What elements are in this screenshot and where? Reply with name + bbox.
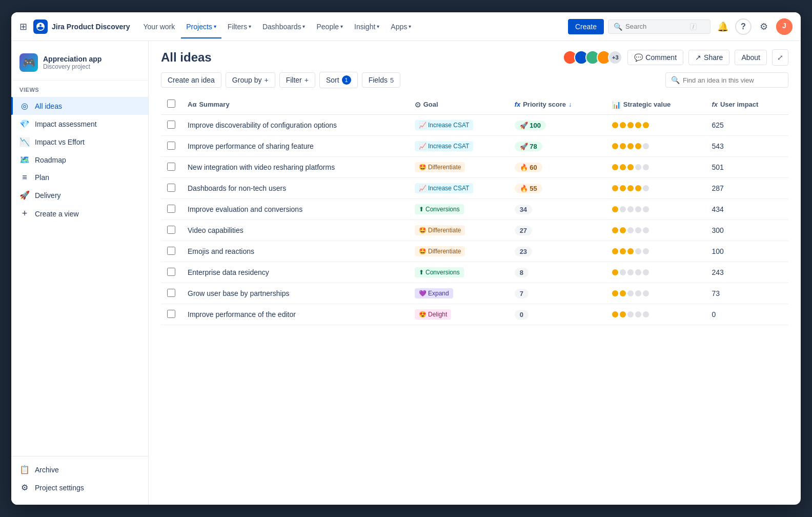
dot-empty — [643, 227, 649, 233]
svg-text:J: J — [782, 22, 786, 30]
dot-filled — [627, 248, 634, 254]
goal-tag[interactable]: ⬆ Conversions — [415, 267, 464, 277]
table-row[interactable]: Improve performance of the editor😍 Delig… — [161, 304, 788, 325]
row-checkbox[interactable] — [167, 205, 175, 213]
sidebar-item-archive[interactable]: 📋 Archive — [11, 461, 148, 479]
table-row[interactable]: Enterprise data residency⬆ Conversions82… — [161, 262, 788, 283]
project-type: Discovery project — [43, 63, 102, 70]
goal-tag[interactable]: 📈 Increase CSAT — [415, 120, 474, 130]
goal-tag[interactable]: 💜 Expand — [415, 288, 453, 299]
row-summary[interactable]: Improve discoverability of configuration… — [181, 115, 409, 136]
row-checkbox[interactable] — [167, 289, 175, 297]
create-button[interactable]: Create — [568, 19, 604, 34]
row-strategic-value — [606, 157, 706, 178]
row-checkbox[interactable] — [167, 184, 175, 192]
sidebar-item-plan[interactable]: ≡ Plan — [11, 169, 148, 186]
row-checkbox[interactable] — [167, 268, 175, 276]
goal-tag[interactable]: 📈 Increase CSAT — [415, 141, 474, 151]
idea-search[interactable]: 🔍 — [665, 72, 788, 88]
help-button[interactable]: ? — [735, 18, 752, 35]
nav-projects[interactable]: Projects ▾ — [181, 19, 221, 34]
row-goal: ⬆ Conversions — [409, 262, 509, 283]
sidebar-item-impact-vs-effort[interactable]: 📉 Impact vs Effort — [11, 133, 148, 151]
row-summary[interactable]: Grow user base by partnerships — [181, 283, 409, 304]
table-row[interactable]: Video capabilities🤩 Differentiate27300 — [161, 220, 788, 241]
score-badge: 23 — [515, 247, 532, 256]
dot-filled — [620, 248, 626, 254]
fields-button[interactable]: Fields 5 — [362, 72, 401, 88]
row-summary[interactable]: Improve evaluation and conversions — [181, 199, 409, 220]
col-user-impact[interactable]: fx User impact — [705, 94, 788, 115]
col-priority-score[interactable]: fx Priority score ↓ — [509, 94, 606, 115]
sidebar-item-create-view[interactable]: + Create a view — [11, 204, 148, 223]
sidebar-item-all-ideas[interactable]: ◎ All ideas — [11, 97, 148, 115]
nav-people[interactable]: People ▾ — [311, 19, 348, 34]
goal-tag[interactable]: 🤩 Differentiate — [415, 162, 465, 172]
row-checkbox[interactable] — [167, 247, 175, 255]
about-button[interactable]: About — [735, 50, 767, 65]
goal-tag[interactable]: 🤩 Differentiate — [415, 225, 465, 235]
col-goal[interactable]: ⊙ Goal — [409, 94, 509, 115]
sort-button[interactable]: Sort 1 — [319, 72, 358, 88]
sidebar-item-label: Delivery — [35, 191, 61, 200]
select-all-checkbox[interactable] — [167, 100, 175, 108]
row-checkbox[interactable] — [167, 163, 175, 171]
project-header[interactable]: 🎮 Appreciation app Discovery project — [11, 49, 148, 81]
row-priority-score: 🔥 55 — [509, 178, 606, 199]
notifications-button[interactable]: 🔔 — [715, 18, 731, 35]
fields-count: 5 — [390, 76, 394, 84]
global-search[interactable]: 🔍 / — [608, 19, 710, 34]
search-field-icon: 🔍 — [671, 76, 680, 84]
goal-tag[interactable]: 😍 Delight — [415, 309, 452, 320]
goal-tag[interactable]: 📈 Increase CSAT — [415, 183, 474, 193]
impact-assessment-icon: 💎 — [19, 119, 30, 129]
settings-button[interactable]: ⚙ — [756, 18, 772, 35]
create-idea-button[interactable]: Create an idea — [161, 72, 221, 88]
row-summary[interactable]: New integration with video resharing pla… — [181, 157, 409, 178]
row-checkbox[interactable] — [167, 142, 175, 150]
row-checkbox[interactable] — [167, 226, 175, 234]
row-summary[interactable]: Enterprise data residency — [181, 262, 409, 283]
search-input[interactable] — [625, 23, 687, 30]
row-checkbox[interactable] — [167, 310, 175, 318]
sidebar-item-impact-assessment[interactable]: 💎 Impact assessment — [11, 115, 148, 133]
table-row[interactable]: Improve discoverability of configuration… — [161, 115, 788, 136]
nav-insight[interactable]: Insight ▾ — [349, 19, 384, 34]
dot-empty — [643, 206, 649, 212]
row-summary[interactable]: Video capabilities — [181, 220, 409, 241]
sidebar-item-delivery[interactable]: 🚀 Delivery — [11, 186, 148, 204]
grid-icon[interactable]: ⊞ — [19, 21, 27, 32]
table-row[interactable]: Emojis and reactions🤩 Differentiate23100 — [161, 241, 788, 262]
share-button[interactable]: ↗ Share — [688, 50, 729, 65]
idea-search-input[interactable] — [683, 76, 783, 84]
group-by-button[interactable]: Group by + — [226, 72, 275, 88]
strategic-dots — [612, 248, 700, 254]
nav-your-work[interactable]: Your work — [138, 19, 180, 34]
dot-filled — [635, 143, 641, 149]
sidebar-item-project-settings[interactable]: ⚙ Project settings — [11, 479, 148, 496]
nav-filters[interactable]: Filters ▾ — [222, 19, 256, 34]
row-summary[interactable]: Improve performance of the editor — [181, 304, 409, 325]
plan-icon: ≡ — [19, 173, 30, 182]
filter-button[interactable]: Filter + — [279, 72, 315, 88]
table-row[interactable]: Improve performance of sharing feature📈 … — [161, 136, 788, 157]
col-strategic-value[interactable]: 📊 Strategic value — [606, 94, 706, 115]
app-name: Jira Product Discovery — [52, 23, 130, 31]
table-row[interactable]: Improve evaluation and conversions⬆ Conv… — [161, 199, 788, 220]
table-row[interactable]: Grow user base by partnerships💜 Expand77… — [161, 283, 788, 304]
row-checkbox[interactable] — [167, 121, 175, 129]
row-summary[interactable]: Improve performance of sharing feature — [181, 136, 409, 157]
nav-apps[interactable]: Apps ▾ — [385, 19, 416, 34]
table-row[interactable]: Dashboards for non-tech users📈 Increase … — [161, 178, 788, 199]
table-row[interactable]: New integration with video resharing pla… — [161, 157, 788, 178]
expand-button[interactable]: ⤢ — [772, 49, 788, 66]
goal-tag[interactable]: 🤩 Differentiate — [415, 246, 465, 256]
col-summary[interactable]: Aα Summary — [181, 94, 409, 115]
sidebar-item-roadmap[interactable]: 🗺️ Roadmap — [11, 151, 148, 169]
nav-dashboards[interactable]: Dashboards ▾ — [257, 19, 311, 34]
comment-button[interactable]: 💬 Comment — [627, 50, 683, 65]
user-avatar[interactable]: J — [776, 18, 793, 35]
goal-tag[interactable]: ⬆ Conversions — [415, 204, 464, 214]
row-summary[interactable]: Dashboards for non-tech users — [181, 178, 409, 199]
row-summary[interactable]: Emojis and reactions — [181, 241, 409, 262]
